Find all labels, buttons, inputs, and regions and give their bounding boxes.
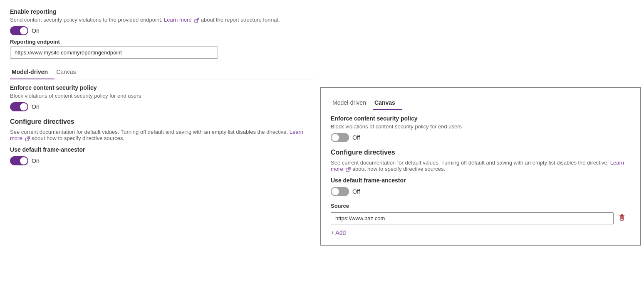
enforce-csp-thumb-left: [20, 103, 27, 111]
configure-directives-title-left: Configure directives: [10, 118, 316, 125]
default-frame-toggle-container-left: On: [10, 156, 316, 165]
tab-model-driven-left[interactable]: Model-driven: [10, 65, 54, 79]
enforce-csp-thumb-right: [332, 134, 339, 141]
configure-directives-desc-post-left: about how to specify directive sources.: [32, 135, 124, 141]
left-tabs: Model-driven Canvas: [10, 65, 316, 79]
enforce-csp-toggle-left[interactable]: [10, 102, 28, 111]
enable-reporting-toggle-thumb: [20, 27, 27, 34]
configure-directives-desc-post-right: about how to specify directive sources.: [352, 166, 445, 172]
enforce-csp-label-right: Off: [352, 134, 360, 141]
default-frame-track-left: [10, 156, 28, 165]
configure-directives-ext-icon-left: [25, 136, 30, 141]
add-source-label: + Add: [331, 229, 346, 236]
reporting-endpoint-input[interactable]: [10, 47, 218, 59]
default-frame-toggle-left[interactable]: [10, 156, 28, 165]
default-frame-toggle-label-right: Off: [352, 188, 360, 195]
trash-icon: [618, 213, 626, 221]
default-frame-toggle-right[interactable]: [331, 187, 349, 196]
svg-rect-8: [621, 215, 623, 216]
tab-model-driven-right[interactable]: Model-driven: [331, 96, 373, 110]
default-frame-toggle-label-left: On: [32, 157, 40, 164]
enforce-csp-toggle-container-right: Off: [331, 133, 630, 142]
default-frame-toggle-container-right: Off: [331, 187, 630, 196]
configure-directives-title-right: Configure directives: [331, 149, 630, 156]
external-link-icon: [194, 18, 199, 23]
default-frame-thumb-left: [20, 157, 27, 165]
enforce-csp-toggle-right[interactable]: [331, 133, 349, 142]
add-source-button[interactable]: + Add: [331, 229, 346, 237]
enforce-csp-label-left: On: [32, 103, 40, 110]
enforce-csp-track-left: [10, 102, 28, 111]
configure-directives-desc-pre-right: See current documentation for default va…: [331, 160, 609, 166]
delete-source-button[interactable]: [617, 212, 627, 224]
enable-reporting-desc: Send content security policy violations …: [10, 17, 316, 23]
default-frame-ancestor-label-left: Use default frame-ancestor: [10, 146, 316, 153]
default-frame-track-right: [331, 187, 349, 196]
enable-reporting-toggle-label: On: [32, 27, 40, 34]
source-row: [331, 212, 630, 224]
enforce-csp-track-right: [331, 133, 349, 142]
configure-directives-desc-pre-left: See current documentation for default va…: [10, 129, 288, 135]
enable-reporting-title: Enable reporting: [10, 8, 316, 15]
tab-canvas-left[interactable]: Canvas: [54, 65, 82, 79]
enforce-csp-title-right: Enforce content security policy: [331, 115, 630, 122]
svg-rect-6: [620, 216, 624, 220]
enforce-csp-title-left: Enforce content security policy: [10, 84, 316, 91]
enable-reporting-toggle-container: On: [10, 26, 316, 35]
right-tabs: Model-driven Canvas: [331, 96, 630, 110]
default-frame-thumb-right: [332, 188, 339, 195]
enable-reporting-toggle[interactable]: [10, 26, 28, 35]
enable-reporting-learn-more[interactable]: Learn more: [164, 17, 191, 23]
configure-directives-ext-icon-right: [346, 167, 351, 172]
enforce-csp-desc-right: Block violations of content security pol…: [331, 123, 630, 130]
right-panel: Model-driven Canvas Enforce content secu…: [320, 87, 641, 246]
enable-reporting-desc-post: about the report structure format.: [201, 17, 280, 23]
configure-directives-desc-right: See current documentation for default va…: [331, 160, 630, 172]
tab-canvas-right[interactable]: Canvas: [373, 96, 402, 110]
source-label: Source: [331, 203, 630, 209]
enforce-csp-desc-left: Block violations of content security pol…: [10, 93, 316, 99]
source-input[interactable]: [331, 212, 614, 224]
enforce-csp-toggle-container-left: On: [10, 102, 316, 111]
enable-reporting-desc-pre: Send content security policy violations …: [10, 17, 162, 23]
default-frame-ancestor-label-right: Use default frame-ancestor: [331, 177, 630, 184]
configure-directives-desc-left: See current documentation for default va…: [10, 129, 316, 141]
enable-reporting-toggle-track: [10, 26, 28, 35]
reporting-endpoint-label: Reporting endpoint: [10, 39, 316, 45]
